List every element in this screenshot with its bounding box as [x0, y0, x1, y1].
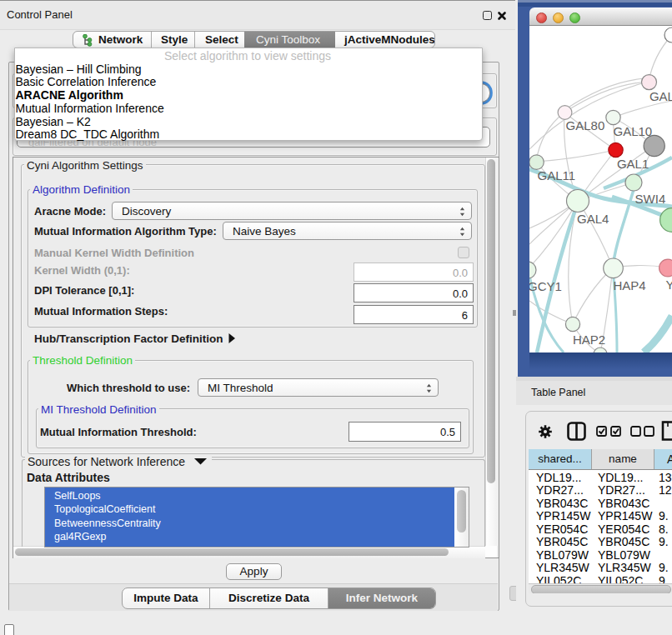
- svg-text:GAL10: GAL10: [614, 124, 653, 138]
- svg-text:SWI4: SWI4: [635, 192, 666, 206]
- svg-text:GAL11: GAL11: [538, 168, 576, 182]
- svg-text:GAL80: GAL80: [566, 118, 605, 132]
- svg-text:GAL7: GAL7: [649, 89, 672, 103]
- svg-text:HAP4: HAP4: [613, 278, 645, 292]
- svg-text:GCY1: GCY1: [529, 279, 562, 293]
- svg-text:GAL4: GAL4: [577, 212, 609, 226]
- svg-text:Y: Y: [665, 278, 672, 292]
- svg-text:GAL1: GAL1: [617, 157, 649, 171]
- svg-text:HAP2: HAP2: [573, 332, 605, 347]
